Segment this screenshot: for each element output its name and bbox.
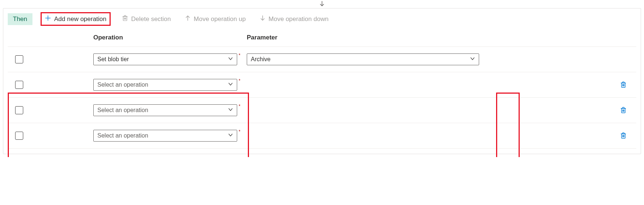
delete-cell [610, 130, 636, 142]
required-indicator: * [239, 129, 240, 134]
then-badge: Then [8, 13, 32, 25]
add-new-operation-button[interactable]: Add new operation [41, 12, 111, 26]
operation-cell: Select an operation * [93, 79, 247, 91]
then-section-panel: Then Add new operation [3, 8, 641, 154]
row-checkbox-cell [8, 55, 93, 63]
add-new-operation-label: Add new operation [54, 15, 107, 23]
svg-line-18 [622, 82, 623, 83]
operation-select[interactable]: Select an operation [93, 130, 237, 142]
required-indicator: * [239, 78, 240, 83]
arrow-down-icon [260, 15, 266, 23]
required-indicator: * [239, 104, 240, 109]
delete-cell [610, 79, 636, 91]
move-operation-up-button[interactable]: Move operation up [182, 14, 249, 24]
operation-select-value: Select an operation [97, 132, 148, 139]
svg-line-19 [624, 82, 624, 83]
svg-line-27 [624, 107, 624, 108]
trash-icon [122, 15, 128, 23]
parameter-select-value: Archive [251, 56, 270, 63]
operation-select-value: Select an operation [97, 107, 148, 114]
operation-select[interactable]: Set blob tier [93, 53, 237, 65]
delete-cell [610, 105, 636, 116]
move-up-label: Move operation up [194, 15, 246, 23]
row-checkbox-cell [8, 106, 93, 114]
trash-icon [620, 106, 627, 115]
row-checkbox-cell [8, 132, 93, 140]
parameter-column-header: Parameter [247, 34, 636, 41]
operation-cell: Select an operation * [93, 130, 247, 142]
operation-row: Select an operation * [8, 72, 636, 98]
delete-section-button[interactable]: Delete section [119, 13, 174, 25]
parameter-cell: Archive [247, 53, 610, 65]
svg-line-26 [622, 107, 623, 108]
delete-section-label: Delete section [131, 15, 171, 23]
column-spacer [8, 34, 93, 41]
chevron-down-icon [228, 56, 233, 63]
operation-select-value: Select an operation [97, 81, 148, 88]
svg-line-35 [624, 133, 624, 134]
move-down-label: Move operation down [269, 15, 329, 23]
operation-column-header: Operation [93, 34, 247, 41]
operation-select[interactable]: Select an operation [93, 79, 237, 91]
chevron-down-icon [228, 107, 233, 114]
row-checkbox[interactable] [15, 55, 23, 63]
svg-line-34 [622, 133, 623, 134]
operation-row: Set blob tier * Archive [8, 47, 636, 72]
operation-row: Select an operation * [8, 98, 636, 123]
row-checkbox[interactable] [15, 106, 23, 114]
row-checkbox[interactable] [15, 132, 23, 140]
row-checkbox[interactable] [15, 81, 23, 89]
delete-row-button[interactable] [618, 79, 629, 91]
operation-select[interactable]: Select an operation [93, 104, 237, 116]
delete-row-button[interactable] [618, 130, 629, 142]
trash-icon [620, 132, 627, 140]
operation-select-value: Set blob tier [97, 56, 129, 63]
required-indicator: * [239, 53, 240, 58]
plus-icon [45, 15, 51, 23]
operation-cell: Set blob tier * [93, 53, 247, 65]
parameter-select[interactable]: Archive [247, 53, 479, 65]
delete-row-button[interactable] [618, 105, 629, 116]
section-toolbar: Then Add new operation [8, 12, 636, 26]
chevron-down-icon [228, 81, 233, 88]
row-checkbox-cell [8, 81, 93, 89]
operation-row: Select an operation * [8, 123, 636, 149]
flow-arrow-down [0, 0, 644, 8]
move-operation-down-button[interactable]: Move operation down [257, 14, 332, 24]
operation-cell: Select an operation * [93, 104, 247, 116]
arrow-up-icon [185, 15, 191, 23]
chevron-down-icon [228, 132, 233, 139]
operations-table-header: Operation Parameter [8, 34, 636, 47]
trash-icon [620, 81, 627, 89]
chevron-down-icon [470, 56, 475, 63]
